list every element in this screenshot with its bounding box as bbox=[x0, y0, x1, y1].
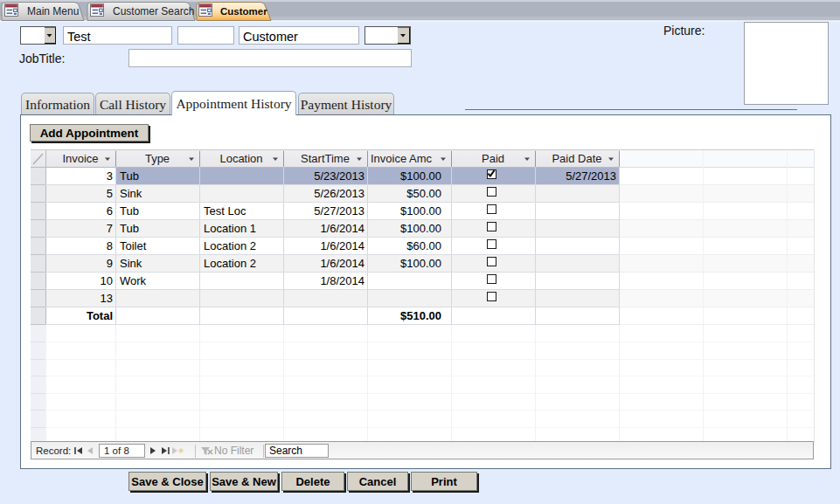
svg-text:Customer Search: Customer Search bbox=[113, 5, 194, 17]
svg-text:Main Menu: Main Menu bbox=[27, 5, 79, 17]
svg-text:Customer: Customer bbox=[220, 6, 267, 17]
